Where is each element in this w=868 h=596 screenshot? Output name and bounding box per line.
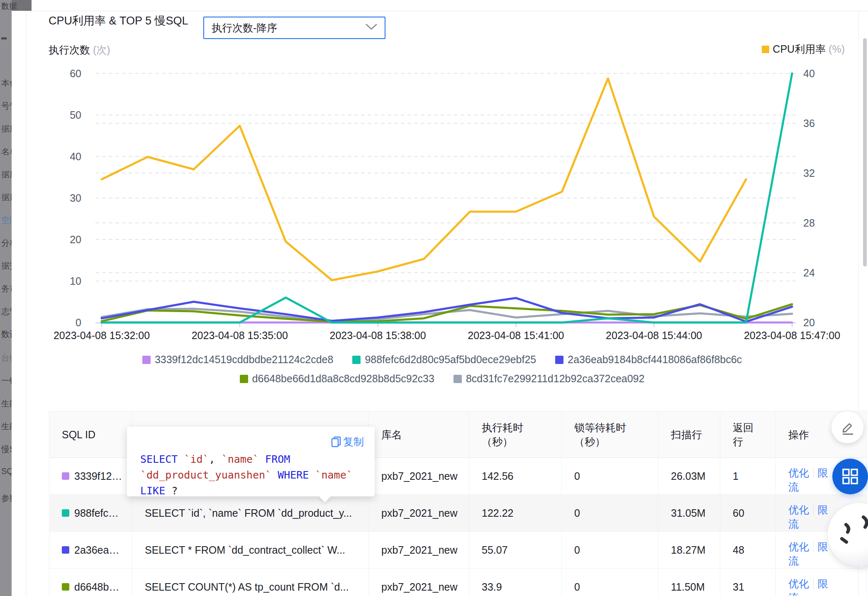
- sidebar-item[interactable]: 据库: [1, 192, 12, 203]
- db-name-cell: pxb7_2021_new: [369, 569, 469, 596]
- x-axis-label: 2023-04-08 15:32:00: [54, 330, 150, 341]
- sql-text: SELECT COUNT(*) AS tp_count FROM `d...: [145, 581, 349, 593]
- optimize-link[interactable]: 优化: [788, 578, 809, 589]
- actions: 优化限流: [788, 569, 830, 596]
- sidebar-item-active[interactable]: 空间: [1, 215, 12, 226]
- sql-id-text: 2a36ea…: [74, 544, 119, 556]
- legend-item-8cd31fc[interactable]: 8cd31fc7e299211d12b92ca372cea092: [454, 373, 645, 385]
- copy-sql-button[interactable]: 复制: [331, 435, 364, 449]
- db-name-cell: pxb7_2021_new: [369, 532, 469, 569]
- right-axis-tick-label: 24: [803, 267, 815, 278]
- optimize-link[interactable]: 优化: [788, 504, 809, 515]
- left-axis-tick-label: 50: [70, 109, 81, 121]
- scan-rows-cell: 26.03M: [658, 458, 720, 495]
- sidebar-top-label: 数据: [1, 1, 17, 12]
- sql-text-cell[interactable]: SELECT COUNT(*) AS tp_count FROM `d...: [132, 569, 369, 596]
- sidebar-item[interactable]: 本信: [1, 78, 12, 89]
- legend-item-2a36eab[interactable]: 2a36eab9184b8cf4418086af86f8bc6c: [555, 354, 742, 366]
- legend-label: 988fefc6d2d80c95af5bd0ece29ebf25: [365, 354, 536, 366]
- optimize-link[interactable]: 优化: [788, 541, 809, 552]
- sql-id: d6648b…: [62, 581, 119, 593]
- return-rows-cell: 60: [720, 495, 776, 532]
- table-header-cell: SQL ID: [49, 411, 132, 458]
- sidebar-item[interactable]: 据库: [1, 169, 12, 180]
- series-color-swatch: [62, 472, 69, 480]
- action-divider: [813, 467, 814, 478]
- sidebar-item[interactable]: 生能: [1, 398, 12, 409]
- optimize-link[interactable]: 优化: [788, 467, 809, 479]
- sidebar-item[interactable]: 生能: [1, 421, 12, 432]
- sidebar-item[interactable]: 务市: [1, 283, 12, 294]
- right-axis-tick-label: 32: [803, 167, 815, 179]
- table-row: d6648b…SELECT COUNT(*) AS tp_count FROM …: [49, 569, 867, 596]
- left-axis-tick-label: 10: [70, 275, 81, 287]
- legend-swatch: [555, 356, 563, 364]
- legend-swatch: [142, 356, 151, 364]
- feedback-button[interactable]: [831, 411, 863, 443]
- sidebar-item[interactable]: 参数: [1, 493, 12, 504]
- sidebar-item[interactable]: 慢S: [1, 444, 12, 455]
- table-header-cell: 扫描行: [658, 411, 720, 458]
- return-rows-cell: 31: [720, 569, 776, 596]
- assistant-mascot-ball[interactable]: [828, 503, 868, 566]
- sql-text-tooltip: 复制 SELECT `id`, `name` FROM`dd_product_y…: [127, 427, 375, 496]
- legend-item-988fefc[interactable]: 988fefc6d2d80c95af5bd0ece29ebf25: [352, 354, 536, 366]
- left-axis-tick-label: 0: [76, 317, 81, 328]
- slow-sql-analysis-page: 本信号管据库名单据库据库空间分析据安务市志管数设台账一键生能生能慢SSQ参数 数…: [0, 0, 868, 596]
- dimmed-sidebar: 本信号管据库名单据库据库空间分析据安务市志管数设台账一键生能生能慢SSQ参数: [0, 0, 12, 596]
- table-header-cell: 锁等待耗时 （秒）: [562, 411, 658, 458]
- sidebar-item[interactable]: 台账: [1, 352, 12, 364]
- sidebar-item[interactable]: 据安: [1, 260, 12, 271]
- sql-text: SELECT * FROM `dd_contract_collect` W...: [145, 544, 345, 556]
- sql-line: SELECT `id`, `name` FROM: [140, 452, 353, 467]
- x-axis-label: 2023-04-08 15:47:00: [744, 330, 840, 341]
- sidebar-item[interactable]: 数设: [1, 329, 12, 340]
- action-divider: [813, 504, 814, 515]
- sql-text-cell[interactable]: SELECT `id`, `name` FROM `dd_product_y..…: [132, 495, 369, 532]
- x-axis-label: 2023-04-08 15:41:00: [468, 330, 564, 341]
- sql-text-cell[interactable]: SELECT * FROM `dd_contract_collect` W...: [132, 532, 369, 569]
- right-axis-tick-label: 36: [803, 117, 815, 129]
- pencil-icon: [839, 419, 856, 436]
- legend-label: 8cd31fc7e299211d12b92ca372cea092: [466, 373, 645, 385]
- sql-id-text: 988fefc…: [74, 507, 119, 519]
- sql-id: 988fefc…: [62, 507, 119, 519]
- right-axis-tick-label: 28: [803, 217, 815, 229]
- actions: 优化限流: [788, 458, 830, 494]
- left-axis-tick-label: 20: [70, 234, 81, 245]
- lock-wait-cell: 0: [562, 569, 658, 596]
- copy-icon: [331, 436, 341, 447]
- return-rows-cell: 1: [720, 458, 776, 495]
- action-divider: [813, 541, 814, 552]
- lock-wait-cell: 0: [562, 532, 658, 569]
- sql-id-cell: d6648b…: [49, 569, 132, 596]
- sql-id-text: 3339f12…: [74, 470, 122, 482]
- legend-item-3339f12[interactable]: 3339f12dc14519cddbdbe21124c2cde8: [142, 354, 334, 366]
- table-row: 988fefc…SELECT `id`, `name` FROM `dd_pro…: [49, 495, 867, 532]
- apps-grid-button[interactable]: [832, 459, 868, 494]
- sql-statement-text: SELECT `id`, `name` FROM`dd_product_yuan…: [140, 452, 353, 499]
- legend-swatch: [352, 356, 361, 364]
- legend-item-d6648be[interactable]: d6648be66d1d8a8c8cd928b8d5c92c33: [240, 373, 434, 385]
- sidebar-item[interactable]: 据库: [1, 123, 12, 134]
- sidebar-item[interactable]: 志管: [1, 306, 12, 317]
- scan-rows-cell: 18.27M: [658, 532, 720, 569]
- sql-id-cell: 2a36ea…: [49, 532, 132, 569]
- action-divider: [813, 578, 814, 589]
- sidebar-item[interactable]: 分析: [1, 237, 12, 249]
- sidebar-item[interactable]: 号管: [1, 100, 12, 112]
- sidebar-item[interactable]: 一键: [1, 375, 12, 386]
- legend-label: 3339f12dc14519cddbdbe21124c2cde8: [155, 354, 334, 366]
- sidebar-item[interactable]: 名单: [1, 146, 12, 157]
- legend-swatch: [240, 375, 248, 383]
- legend-label: d6648be66d1d8a8c8cd928b8d5c92c33: [252, 373, 434, 385]
- left-axis-tick-label: 60: [70, 68, 81, 79]
- sql-line: `dd_product_yuanshen` WHERE `name`: [140, 467, 353, 483]
- sql-id: 3339f12…: [62, 470, 122, 482]
- exec-time-cell: 55.07: [469, 532, 562, 569]
- series-line-8cd31fc: [102, 309, 792, 322]
- db-name-cell: pxb7_2021_new: [369, 495, 469, 532]
- exec-time-cell: 142.56: [469, 458, 562, 495]
- sidebar-item[interactable]: SQ: [1, 467, 12, 476]
- sql-text: SELECT `id`, `name` FROM `dd_product_y..…: [145, 507, 352, 519]
